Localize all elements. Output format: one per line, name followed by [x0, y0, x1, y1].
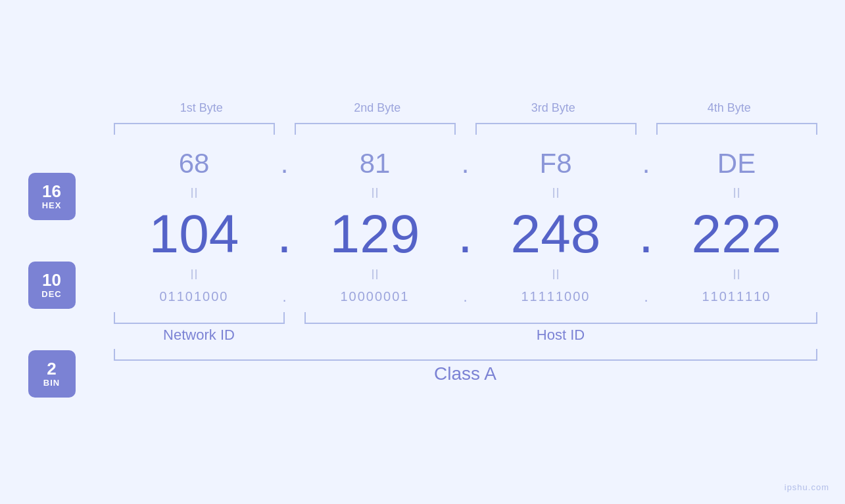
dec-val-4: 222: [656, 207, 817, 261]
dec-val-3: 248: [475, 207, 637, 261]
dot-dec-1: .: [275, 207, 295, 261]
hex-val-1: 68: [114, 148, 275, 179]
equals-row-1: II II II II: [114, 185, 817, 202]
dec-badge-wrapper: 10 DEC: [28, 256, 114, 315]
network-id-label: Network ID: [114, 327, 285, 344]
bracket-gap: [285, 312, 304, 324]
page-container: 16 HEX 10 DEC 2 BIN 1st Byte: [0, 0, 845, 504]
bracket-1: [114, 123, 275, 135]
eq-4: II: [656, 185, 817, 202]
network-bracket: [114, 312, 285, 324]
eq-6: II: [295, 266, 456, 283]
hex-val-4: DE: [656, 148, 817, 179]
bin-badge-wrapper: 2 BIN: [28, 344, 114, 403]
host-bracket: [304, 312, 817, 324]
dot-spacer-1: [275, 123, 295, 135]
dec-label: DEC: [41, 289, 61, 299]
eq-3: II: [475, 185, 637, 202]
byte-header-1: 1st Byte: [114, 101, 290, 118]
dot-spacer-2: [456, 123, 475, 135]
hex-val-3: F8: [475, 148, 637, 179]
bottom-bracket-row: [114, 312, 817, 324]
hex-row: 68 . 81 . F8 . DE: [114, 148, 817, 179]
bin-val-4: 11011110: [656, 289, 817, 304]
dot-hex-1: .: [275, 148, 295, 179]
bracket-3: [475, 123, 637, 135]
dec-row: 104 . 129 . 248 . 222: [114, 207, 817, 261]
dec-badge: 10 DEC: [28, 262, 76, 309]
dot-bin-3: .: [637, 288, 656, 306]
bracket-2: [295, 123, 456, 135]
byte-header-4: 4th Byte: [641, 101, 817, 118]
top-bracket-row: [114, 123, 817, 135]
bytes-area: 1st Byte 2nd Byte 3rd Byte 4th Byte 68 .…: [114, 101, 817, 403]
bin-val-1: 01101000: [114, 289, 275, 304]
eq-1: II: [114, 185, 275, 202]
id-gap: [285, 327, 304, 344]
id-labels-row: Network ID Host ID: [114, 327, 817, 344]
hex-val-2: 81: [295, 148, 456, 179]
dot-bin-1: .: [275, 288, 295, 306]
dec-num: 10: [42, 271, 61, 290]
bin-badge: 2 BIN: [28, 350, 76, 398]
bin-row: 01101000 . 10000001 . 11111000 . 1101111…: [114, 288, 817, 306]
hex-num: 16: [42, 182, 61, 201]
byte-header-3: 3rd Byte: [466, 101, 642, 118]
eq-2: II: [295, 185, 456, 202]
eq-7: II: [475, 266, 637, 283]
dec-val-2: 129: [295, 207, 456, 261]
byte-headers: 1st Byte 2nd Byte 3rd Byte 4th Byte: [114, 101, 817, 118]
bracket-4: [656, 123, 817, 135]
main-grid: 16 HEX 10 DEC 2 BIN 1st Byte: [28, 101, 817, 403]
dot-hex-3: .: [637, 148, 656, 179]
dot-spacer-3: [637, 123, 656, 135]
bin-val-3: 11111000: [475, 289, 637, 304]
equals-row-2: II II II II: [114, 266, 817, 283]
hex-badge: 16 HEX: [28, 173, 76, 220]
dec-val-1: 104: [114, 207, 275, 261]
host-id-label: Host ID: [304, 327, 817, 344]
bin-label: BIN: [43, 378, 60, 388]
hex-badge-wrapper: 16 HEX: [28, 167, 114, 226]
dot-dec-3: .: [637, 207, 656, 261]
dot-bin-2: .: [456, 288, 475, 306]
hex-label: HEX: [42, 200, 62, 210]
watermark: ipshu.com: [785, 482, 829, 492]
bin-val-2: 10000001: [295, 289, 456, 304]
eq-8: II: [656, 266, 817, 283]
dot-hex-2: .: [456, 148, 475, 179]
class-label: Class A: [114, 363, 817, 384]
dot-dec-2: .: [456, 207, 475, 261]
eq-5: II: [114, 266, 275, 283]
byte-header-2: 2nd Byte: [289, 101, 466, 118]
base-labels: 16 HEX 10 DEC 2 BIN: [28, 101, 114, 403]
bin-num: 2: [47, 359, 56, 378]
class-bracket: [114, 349, 817, 361]
